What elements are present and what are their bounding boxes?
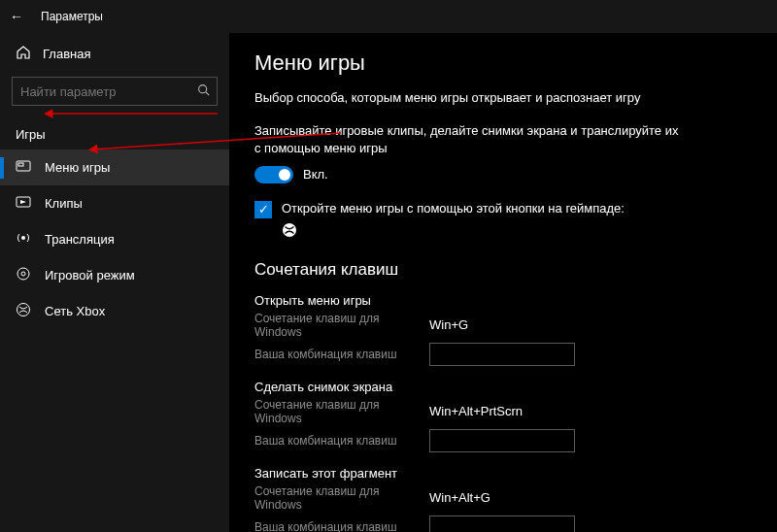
sidebar-item-label: Игровой режим xyxy=(45,268,135,283)
checkbox-label: Откройте меню игры с помощью этой кнопки… xyxy=(282,201,625,216)
title-bar: ← Параметры xyxy=(0,0,777,33)
svg-point-9 xyxy=(17,304,30,316)
custom-shortcut-label: Ваша комбинация клавиш xyxy=(254,348,429,361)
sidebar-item-broadcasting[interactable]: Трансляция xyxy=(0,221,229,257)
app-title: Параметры xyxy=(41,10,103,23)
shortcut-group: Открыть меню игры Сочетание клавиш для W… xyxy=(254,293,752,366)
main-content: Меню игры Выбор способа, которым меню иг… xyxy=(229,33,777,532)
sidebar-item-game-mode[interactable]: Игровой режим xyxy=(0,257,229,293)
captures-icon xyxy=(16,194,31,213)
shortcut-group: Сделать снимок экрана Сочетание клавиш д… xyxy=(254,380,752,452)
sidebar-item-game-bar[interactable]: Меню игры xyxy=(0,150,229,185)
toggle-state-label: Вкл. xyxy=(303,167,328,182)
shortcut-group: Записать этот фрагмент Сочетание клавиш … xyxy=(254,466,752,532)
custom-shortcut-label: Ваша комбинация клавиш xyxy=(254,434,429,448)
xbox-icon xyxy=(16,302,31,320)
toggle-description: Записывайте игровые клипы, делайте снимк… xyxy=(254,122,682,157)
svg-marker-5 xyxy=(20,200,26,204)
controller-checkbox[interactable]: ✓ xyxy=(254,201,272,218)
custom-shortcut-label: Ваша комбинация клавиш xyxy=(254,520,429,532)
search-box[interactable] xyxy=(12,77,218,106)
custom-shortcut-input[interactable] xyxy=(429,429,575,452)
svg-point-10 xyxy=(283,223,296,237)
win-shortcut-label: Сочетание клавиш для Windows xyxy=(254,398,429,425)
xbox-button-icon xyxy=(282,222,752,241)
win-shortcut-label: Сочетание клавиш для Windows xyxy=(254,484,429,512)
home-link[interactable]: Главная xyxy=(0,37,229,71)
shortcut-title: Сделать снимок экрана xyxy=(254,380,752,394)
sidebar-item-label: Клипы xyxy=(45,196,83,211)
home-label: Главная xyxy=(43,47,90,61)
sidebar-item-label: Трансляция xyxy=(45,232,115,247)
search-input[interactable] xyxy=(12,77,218,106)
shortcuts-heading: Сочетания клавиш xyxy=(254,260,752,280)
shortcut-title: Записать этот фрагмент xyxy=(254,466,752,481)
svg-point-7 xyxy=(17,268,29,280)
broadcast-icon xyxy=(16,230,31,249)
shortcut-value: Win+Alt+PrtScrn xyxy=(429,404,523,418)
custom-shortcut-input[interactable] xyxy=(429,343,575,366)
win-shortcut-label: Сочетание клавиш для Windows xyxy=(254,312,429,339)
sidebar-item-label: Сеть Xbox xyxy=(45,304,105,318)
svg-rect-3 xyxy=(18,163,23,166)
game-mode-icon xyxy=(16,266,31,284)
svg-point-6 xyxy=(21,236,25,240)
game-bar-icon xyxy=(16,158,31,177)
shortcut-value: Win+Alt+G xyxy=(429,490,490,505)
shortcut-title: Открыть меню игры xyxy=(254,293,752,308)
sidebar-item-captures[interactable]: Клипы xyxy=(0,185,229,221)
page-description: Выбор способа, которым меню игры открыва… xyxy=(254,89,682,107)
home-icon xyxy=(16,45,31,63)
page-title: Меню игры xyxy=(254,50,752,76)
back-icon[interactable]: ← xyxy=(10,9,25,24)
active-accent xyxy=(0,157,4,179)
custom-shortcut-input[interactable] xyxy=(429,515,575,532)
svg-point-8 xyxy=(21,272,25,276)
record-toggle[interactable] xyxy=(254,166,293,183)
section-label: Игры xyxy=(0,114,229,150)
sidebar: Главная Игры Меню игры Клипы xyxy=(0,33,229,532)
sidebar-item-label: Меню игры xyxy=(45,160,110,175)
shortcut-value: Win+G xyxy=(429,317,468,332)
sidebar-item-xbox-network[interactable]: Сеть Xbox xyxy=(0,293,229,329)
